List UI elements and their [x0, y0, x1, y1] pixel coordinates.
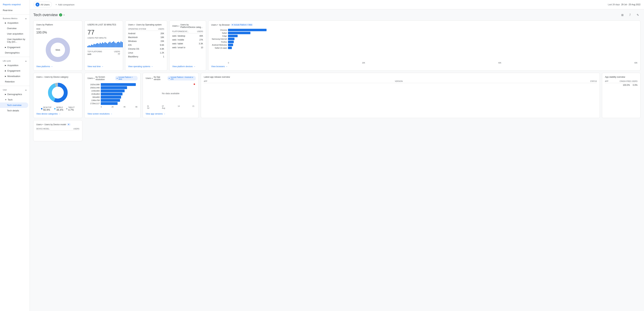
browser-bar [228, 29, 266, 31]
sidebar-item-acquisition-parent[interactable]: ▶ Acquisition [0, 20, 30, 26]
browser-bar-row: Firefox [211, 41, 638, 43]
chevron-up-icon-3: ▲ [25, 89, 27, 91]
screen-res-bar [101, 96, 121, 99]
sidebar-item-demographics[interactable]: Demographics [0, 50, 30, 56]
mini-bar [89, 45, 90, 47]
view-appver-link[interactable]: View app versions → [146, 111, 196, 115]
sidebar-item-monetisation[interactable]: ▶ Monetisation [0, 74, 30, 79]
browser-chart-wrapper: ChromeSafariEdgeSamsung InternetFirefoxA… [211, 28, 638, 61]
sidebar-item-user-acquisition[interactable]: User acquisition [0, 31, 30, 37]
table-row: Macintosh18K [128, 36, 164, 39]
arrow-right-icon: → [226, 65, 228, 68]
sidebar-divider-3 [0, 86, 30, 86]
card-app-release: Latest app release overview APP VERSION … [201, 73, 600, 118]
add-comparison-button[interactable]: ＋ Add comparison [54, 2, 76, 7]
mini-bar [100, 43, 100, 47]
table-row: Android20K [128, 32, 164, 36]
chevron-right-icon: ▶ [5, 22, 6, 24]
screenres-dropdown[interactable]: ▾ [94, 77, 94, 79]
mini-bar [104, 42, 106, 47]
mini-bar [104, 43, 104, 47]
all-users-chip[interactable]: A All Users [33, 2, 52, 7]
donut-center-label: Web [56, 49, 60, 51]
browser-bar-row: Edge [211, 35, 638, 37]
card-app-version: Users ▾ by App version ▼ Include Platfor… [143, 73, 199, 118]
screen-res-bar [101, 86, 127, 89]
card-browser: Users ▾ by Browser ▼ Include Platform = … [208, 21, 640, 71]
page-header: Tech overview ✓ ▾ ⊞ ⤴ ✎ [30, 9, 644, 19]
sidebar-item-user-demographics[interactable]: ▶ Demographics [0, 92, 30, 97]
sidebar-section-business-metrics[interactable]: Business Metrics ▲ [0, 16, 30, 20]
browser-bar-row: Samsung Internet [211, 38, 638, 40]
sidebar-item-realtime[interactable]: Real-time [0, 8, 30, 13]
settings-icon-button[interactable]: ✎ [635, 12, 640, 18]
pd-dropdown[interactable]: ▾ [178, 25, 179, 27]
sidebar-item-lifecycle-engagement[interactable]: ▶ Engagement [0, 68, 30, 74]
realtime-count: 77 [88, 29, 120, 36]
table-row: BlackBerry1 [128, 55, 164, 59]
view-device-cat-link[interactable]: View device categories → [36, 111, 80, 115]
screen-res-bar-row: 2560x1440 [88, 86, 138, 89]
card-pd-title: Users ▾ Users by Platform/Device categ..… [172, 24, 203, 29]
sidebar-item-lifecycle-acquisition[interactable]: ▶ Acquisition [0, 63, 30, 68]
share-icon-button[interactable]: ⤴ [627, 12, 633, 18]
chevron-right-icon: ▶ [5, 93, 6, 95]
view-screen-res-link[interactable]: View screen resolutions → [88, 111, 138, 115]
os-dropdown[interactable]: ▾ [134, 24, 135, 26]
card-users-by-platform: Users by Platform WEB 100.0% Web View pl… [33, 21, 82, 71]
realtime-mini-bars [88, 40, 120, 47]
sidebar-item-tech-details[interactable]: Tech details [0, 108, 30, 113]
sidebar-item-user-acquisition-city[interactable]: User Aquisition by City (Dri... [0, 37, 30, 45]
screen-res-bar [101, 102, 118, 105]
view-pd-link[interactable]: View platform devices → [172, 64, 203, 68]
sidebar-section-user[interactable]: User ▲ [0, 87, 30, 92]
sidebar-item-tech-parent[interactable]: ▼ Tech [0, 97, 30, 102]
screen-res-bar [101, 93, 122, 95]
devmodel-dropdown[interactable]: ▾ [42, 124, 43, 125]
sidebar-item-tech-overview[interactable]: Tech overview [0, 102, 28, 108]
view-browser-link[interactable]: View browsers → [211, 64, 638, 68]
sidebar-divider-2 [0, 57, 30, 57]
table-icon-button[interactable]: ⊞ [620, 12, 625, 18]
mini-bar [98, 44, 99, 47]
view-platforms-link[interactable]: View platforms → [36, 64, 80, 68]
platform-row-web: web 77 [88, 53, 120, 56]
mini-bar [96, 44, 97, 47]
browser-dropdown[interactable]: ▾ [217, 24, 218, 26]
view-realtime-link[interactable]: View real time → [88, 64, 120, 68]
platform-donut: Web [46, 38, 70, 62]
page-title: Tech overview [33, 13, 58, 17]
title-dropdown-arrow[interactable]: ▾ [64, 14, 64, 16]
device-cat-legend: DESKTOP 56.9% MOBILE 38.4% [36, 106, 80, 111]
table-row: Chrome OS4.8K [128, 47, 164, 51]
sidebar-item-retention[interactable]: Retention [0, 79, 30, 84]
sidebar-item-overview[interactable]: Overview [0, 26, 30, 31]
legend-dot-tablet [66, 108, 68, 109]
card-device-model: Users ▾ Users by Device model ▼ DEVICE M… [33, 120, 82, 141]
arrow-right-icon: → [163, 113, 166, 115]
table-row: Linux1.2K [128, 51, 164, 55]
screen-res-bar-row: 1440x900 [88, 90, 138, 92]
sidebar-section-lifecycle[interactable]: Life cycle ▲ [0, 58, 30, 63]
screenres-filter-badge: ▼ Include Platform = Web [115, 76, 138, 81]
chevron-down-icon: ▼ [5, 99, 7, 101]
appver-dropdown[interactable]: ▾ [152, 77, 153, 79]
screen-res-bar [101, 99, 120, 102]
devcat-dropdown[interactable]: ▾ [42, 76, 43, 78]
browser-bar-row: Android Webview [211, 44, 638, 46]
user-avatar: A [36, 3, 40, 7]
card-device-category: Users ▾ Users by Device category [33, 73, 82, 118]
realtime-per-minute: USERS PER MINUTE [88, 37, 120, 39]
chevron-up-icon: ▲ [25, 18, 27, 20]
sidebar-item-engagement[interactable]: ▶ Engagement [0, 45, 30, 50]
top-platforms-header: TOP PLATFORMS USERS [88, 50, 120, 53]
table-row: web / smart tv10 [172, 46, 203, 50]
app-version-chart: No data available 31Jul 07Aug 14 21 [146, 83, 196, 111]
legend-mobile: MOBILE 38.4% [54, 106, 63, 111]
sidebar-item-reports-snapshot[interactable]: Reports snapshot [0, 2, 30, 8]
table-row: Windows15K [128, 39, 164, 43]
view-os-link[interactable]: View operating systems → [128, 64, 164, 68]
legend-dot-desktop [41, 108, 42, 109]
chevron-right-icon: ▶ [5, 46, 6, 48]
browser-bar-row: Chrome [211, 29, 638, 31]
